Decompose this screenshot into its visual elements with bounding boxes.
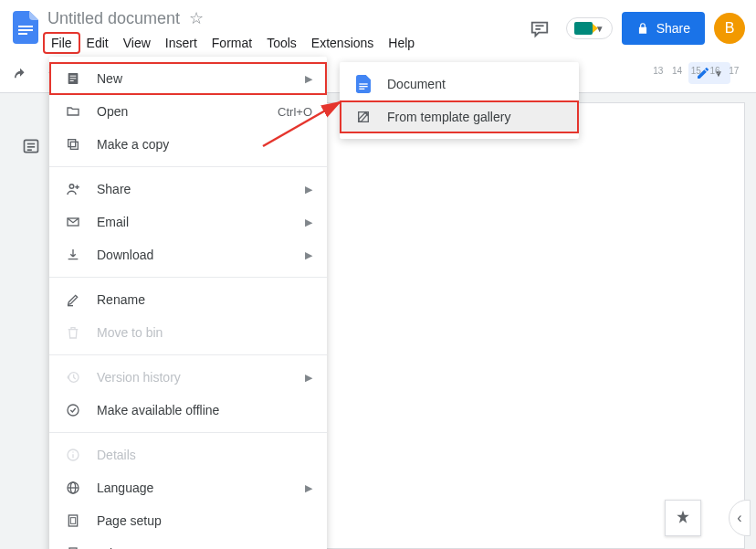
menu-item-language[interactable]: Language ▶ [49, 471, 327, 504]
svg-rect-14 [68, 140, 76, 147]
page-setup-icon [64, 513, 82, 528]
submenu-arrow-icon: ▶ [305, 372, 312, 384]
menu-label: New [97, 71, 290, 86]
svg-rect-11 [70, 78, 77, 79]
svg-rect-2 [18, 33, 27, 35]
menu-item-offline[interactable]: Make available offline [49, 394, 327, 427]
new-submenu: Document From template gallery [340, 62, 579, 139]
menu-label: Download [97, 248, 290, 262]
explore-button[interactable] [665, 500, 701, 536]
lock-icon [636, 22, 649, 35]
submenu-arrow-icon: ▶ [305, 249, 312, 261]
person-add-icon [64, 181, 82, 197]
menu-label: Version history [97, 370, 290, 385]
svg-rect-28 [68, 515, 77, 526]
submenu-arrow-icon: ▶ [305, 482, 312, 494]
menu-label: Move to bin [97, 325, 312, 340]
svg-rect-0 [18, 26, 33, 27]
menu-label: Make available offline [97, 403, 312, 417]
menu-label: Rename [97, 292, 312, 307]
svg-rect-10 [70, 76, 77, 77]
submenu-arrow-icon: ▶ [305, 184, 312, 195]
share-label: Share [656, 21, 690, 36]
menu-item-make-copy[interactable]: Make a copy [49, 128, 327, 161]
menu-edit[interactable]: Edit [79, 33, 116, 53]
globe-icon [64, 480, 82, 495]
menu-label: Email [97, 215, 290, 229]
menu-label: Share [97, 182, 290, 196]
svg-rect-35 [359, 89, 364, 90]
menu-item-details: Details [49, 438, 327, 471]
menu-label: Language [97, 480, 290, 495]
menu-label: Details [97, 448, 312, 462]
menu-item-version-history: Version history ▶ [49, 361, 327, 394]
menu-label: Page setup [97, 513, 312, 528]
svg-rect-13 [70, 142, 78, 149]
svg-point-24 [72, 451, 73, 452]
menu-item-open[interactable]: Open Ctrl+O [49, 95, 327, 128]
document-title[interactable]: Untitled document [44, 9, 184, 28]
svg-rect-1 [18, 29, 33, 31]
trash-icon [64, 325, 82, 340]
menu-label: Open [97, 104, 263, 119]
submenu-label: Document [387, 77, 564, 91]
submenu-arrow-icon: ▶ [305, 216, 312, 228]
offline-icon [64, 403, 82, 417]
menu-label: Make a copy [97, 137, 312, 152]
account-avatar[interactable]: B [714, 13, 745, 44]
meet-camera-icon [574, 22, 593, 35]
svg-point-21 [68, 405, 79, 416]
info-icon [64, 448, 82, 462]
submenu-item-document[interactable]: Document [340, 68, 579, 100]
submenu-item-from-template[interactable]: From template gallery [340, 100, 579, 133]
submenu-arrow-icon: ▶ [305, 73, 312, 85]
svg-rect-34 [359, 86, 367, 87]
shortcut: Ctrl+O [278, 105, 312, 119]
menu-item-email[interactable]: Email ▶ [49, 206, 327, 238]
star-icon[interactable]: ☆ [189, 8, 204, 28]
separator [49, 166, 327, 167]
menu-item-move-to-bin: Move to bin [49, 316, 327, 349]
menu-item-page-setup[interactable]: Page setup [49, 504, 327, 537]
menu-file[interactable]: File [44, 33, 79, 53]
menu-item-print[interactable]: Print Ctrl+P [49, 537, 327, 549]
ruler: 1314151617 [650, 66, 741, 76]
svg-rect-33 [359, 83, 367, 84]
svg-rect-12 [70, 80, 74, 81]
menu-item-rename[interactable]: Rename [49, 283, 327, 316]
menu-insert[interactable]: Insert [158, 33, 205, 53]
download-icon [64, 248, 82, 262]
menu-item-new[interactable]: New ▶ [49, 62, 327, 95]
history-icon [64, 370, 82, 385]
menu-item-download[interactable]: Download ▶ [49, 238, 327, 271]
submenu-label: From template gallery [387, 110, 564, 124]
undo-icon[interactable] [7, 63, 33, 89]
menubar: File Edit View Insert Format Tools Exten… [44, 31, 422, 55]
document-icon [64, 71, 82, 86]
separator [49, 432, 327, 433]
folder-icon [64, 104, 82, 119]
menu-item-share[interactable]: Share ▶ [49, 173, 327, 206]
document-outline-icon[interactable] [15, 130, 47, 163]
svg-rect-29 [70, 518, 75, 524]
menu-view[interactable]: View [116, 33, 158, 53]
docs-icon [354, 75, 373, 93]
share-button[interactable]: Share [622, 12, 705, 45]
svg-point-15 [69, 185, 74, 189]
file-menu: New ▶ Open Ctrl+O Make a copy Share ▶ Em… [49, 57, 327, 549]
menu-tools[interactable]: Tools [259, 33, 304, 53]
menu-extensions[interactable]: Extensions [304, 33, 381, 53]
menu-format[interactable]: Format [205, 33, 259, 53]
separator [49, 277, 327, 278]
comments-icon[interactable] [522, 11, 557, 46]
rename-icon [64, 292, 82, 307]
email-icon [64, 215, 82, 229]
docs-home-icon[interactable] [7, 5, 44, 49]
separator [49, 354, 327, 355]
menu-help[interactable]: Help [381, 33, 422, 53]
meet-button[interactable]: ▼ [566, 17, 613, 39]
copy-icon [64, 137, 82, 152]
template-icon [354, 110, 373, 124]
